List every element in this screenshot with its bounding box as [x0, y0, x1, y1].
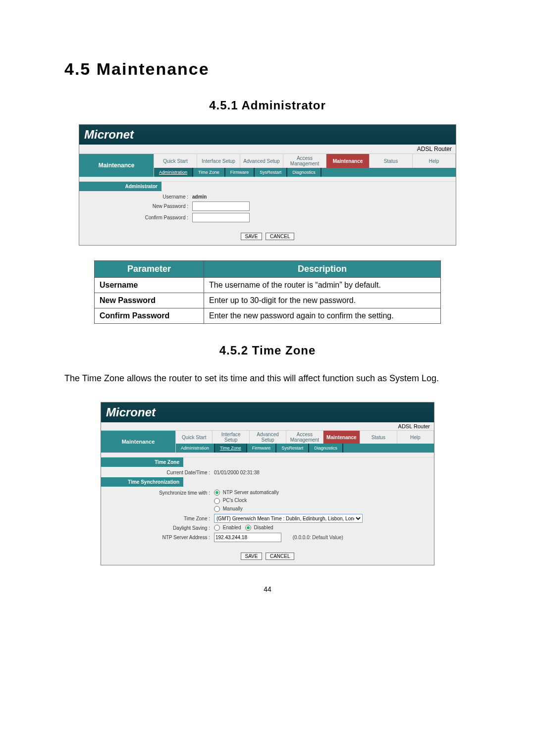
opt-ds-enabled: Enabled [223, 525, 241, 530]
cancel-button[interactable]: CANCEL [266, 233, 295, 240]
tab2-access-management[interactable]: Access Management [286, 431, 323, 444]
subtab-diagnostics[interactable]: Diagnostics [287, 168, 321, 177]
subtab-time-zone[interactable]: Time Zone [193, 168, 225, 177]
col-description: Description [204, 261, 441, 278]
screenshot-timezone: Micronet ADSL Router Maintenance Quick S… [101, 402, 434, 565]
opt-ntp-auto: NTP Server automatically [223, 490, 279, 495]
input-ntp-server[interactable] [214, 533, 281, 542]
subtab2-administration[interactable]: Administration [176, 444, 215, 453]
tab2-maintenance[interactable]: Maintenance [323, 431, 360, 444]
device-title-2: ADSL Router [398, 423, 430, 429]
page-number: 44 [64, 585, 471, 593]
subtab-sysrestart[interactable]: SysRestart [255, 168, 287, 177]
value-current-datetime: 01/01/2000 02:31:38 [214, 470, 429, 475]
tab-status[interactable]: Status [370, 154, 413, 168]
input-confirm-password[interactable] [192, 213, 250, 222]
heading-2-admin: 4.5.1 Administrator [64, 99, 471, 112]
screenshot-admin: Micronet ADSL Router Maintenance Quick S… [79, 124, 456, 246]
label-daylight-saving: Daylight Saving : [106, 525, 214, 531]
tab2-help[interactable]: Help [397, 431, 434, 444]
brand-logo: Micronet [84, 128, 134, 142]
subtab2-diagnostics[interactable]: Diagnostics [309, 444, 343, 453]
device-title: ADSL Router [417, 146, 452, 152]
tab2-advanced-setup[interactable]: Advanced Setup [250, 431, 286, 444]
subtab2-firmware[interactable]: Firmware [247, 444, 277, 453]
brand-logo-2: Micronet [106, 405, 156, 419]
label-confirm-password: Confirm Password : [84, 215, 192, 220]
radio-manually[interactable] [214, 506, 220, 512]
left-section-label: Maintenance [79, 154, 154, 177]
select-time-zone[interactable]: (GMT) Greenwich Mean Time : Dublin, Edin… [214, 514, 363, 523]
row-confirm-desc: Enter the new password again to confirm … [204, 308, 441, 324]
row-username-param: Username [95, 278, 204, 293]
row-username-desc: The username of the router is “admin” by… [204, 278, 441, 293]
radio-ds-disabled[interactable] [245, 525, 251, 531]
opt-pcs-clock: PC's Clock [223, 498, 247, 503]
radio-ds-enabled[interactable] [214, 525, 220, 531]
radio-pcs-clock[interactable] [214, 498, 220, 504]
opt-ds-disabled: Disabled [254, 525, 273, 530]
value-username: admin [192, 194, 207, 200]
tab2-quick-start[interactable]: Quick Start [176, 431, 213, 444]
label-sync-with: Synchronize time with : [106, 490, 214, 496]
label-current-datetime: Current Date/Time : [106, 470, 214, 475]
label-time-zone: Time Zone : [106, 516, 214, 521]
subtab2-time-zone[interactable]: Time Zone [215, 444, 247, 453]
subtab-firmware[interactable]: Firmware [225, 168, 255, 177]
label-username: Username : [84, 194, 192, 200]
label-new-password: New Password : [84, 203, 192, 209]
save-button[interactable]: SAVE [241, 233, 263, 240]
tab2-interface-setup[interactable]: Interface Setup [213, 431, 249, 444]
tz-intro-text: The Time Zone allows the router to set i… [64, 369, 471, 387]
left-section-label-2: Maintenance [101, 431, 176, 453]
cancel-button-tz[interactable]: CANCEL [266, 553, 295, 560]
note-ntp-default: (0.0.0.0: Default Value) [293, 535, 343, 540]
parameter-table: Parameter Description Username The usern… [94, 260, 441, 324]
section-time-sync: Time Synchronization [101, 477, 183, 487]
label-ntp-server: NTP Server Address : [106, 535, 214, 540]
tab-advanced-setup[interactable]: Advanced Setup [240, 154, 283, 168]
heading-2-tz: 4.5.2 Time Zone [64, 344, 471, 357]
heading-1: 4.5 Maintenance [64, 59, 471, 79]
radio-ntp-auto[interactable] [214, 490, 220, 496]
col-parameter: Parameter [95, 261, 204, 278]
input-new-password[interactable] [192, 202, 250, 211]
tab-access-management[interactable]: Access Management [283, 154, 326, 168]
tab2-status[interactable]: Status [360, 431, 397, 444]
tab-quick-start[interactable]: Quick Start [154, 154, 197, 168]
tab-interface-setup[interactable]: Interface Setup [197, 154, 240, 168]
row-confirm-param: Confirm Password [95, 308, 204, 324]
section-time-zone: Time Zone [101, 457, 183, 467]
subtab2-sysrestart[interactable]: SysRestart [276, 444, 309, 453]
subtab-administration[interactable]: Administration [154, 168, 193, 177]
row-newpass-desc: Enter up to 30-digit for the new passwor… [204, 293, 441, 308]
tab-maintenance[interactable]: Maintenance [326, 154, 370, 168]
section-administrator: Administrator [79, 182, 161, 191]
save-button-tz[interactable]: SAVE [241, 553, 263, 560]
row-newpass-param: New Password [95, 293, 204, 308]
tab-help[interactable]: Help [413, 154, 456, 168]
opt-manually: Manually [223, 506, 243, 511]
